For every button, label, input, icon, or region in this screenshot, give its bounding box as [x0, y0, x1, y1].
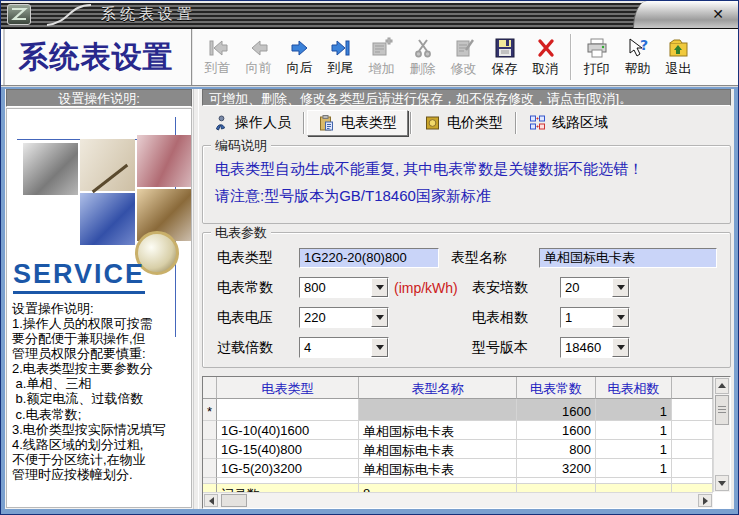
- meter-params-groupbox: 电表参数 电表类型 1G220-20(80)800 表型名称 单相国标电卡表 电…: [202, 232, 731, 368]
- tab-separator: [410, 112, 412, 134]
- grid-header-meter-constant[interactable]: 电表常数: [517, 377, 596, 399]
- go-previous-button[interactable]: 向前: [238, 31, 279, 83]
- table-cell[interactable]: 800: [517, 440, 596, 459]
- table-cell[interactable]: 1600: [517, 421, 596, 440]
- model-version-label: 型号版本: [472, 339, 560, 357]
- scroll-right-icon[interactable]: [698, 494, 712, 507]
- chevron-down-icon[interactable]: [371, 308, 388, 327]
- meter-constant-combo[interactable]: 800: [299, 277, 389, 298]
- vertical-scroll-thumb[interactable]: [715, 395, 729, 425]
- grid-header-model-name[interactable]: 表型名称: [359, 377, 517, 399]
- row-selector[interactable]: [203, 440, 217, 459]
- voltage-combo[interactable]: 220: [299, 307, 389, 328]
- price-type-icon: [424, 115, 441, 131]
- groupbox-title: 电表参数: [211, 224, 271, 242]
- table-cell[interactable]: 1G-5(20)3200: [217, 459, 359, 478]
- table-cell[interactable]: 1600: [517, 399, 596, 421]
- tab-meter-type[interactable]: 电表类型: [307, 110, 408, 136]
- table-cell[interactable]: 1: [596, 440, 672, 459]
- add-record-button[interactable]: 增加: [361, 31, 402, 83]
- tab-price-type[interactable]: 电价类型: [414, 111, 513, 135]
- scroll-up-icon[interactable]: [715, 378, 729, 394]
- nav-first-icon: [206, 38, 230, 58]
- notice-bar: 可增加、删除、修改各类型后请进行保存，如不保存修改，请点击[取消]。: [202, 89, 731, 106]
- meter-type-icon: [318, 115, 335, 131]
- scroll-left-icon[interactable]: [204, 494, 218, 507]
- collage-pens-photo: [137, 135, 192, 187]
- close-icon[interactable]: ✕: [708, 5, 728, 23]
- chevron-down-icon[interactable]: [612, 278, 629, 297]
- table-cell[interactable]: 单相国标电卡表: [359, 440, 517, 459]
- meter-type-field[interactable]: 1G220-20(80)800: [299, 248, 439, 268]
- save-button[interactable]: 保存: [484, 31, 525, 83]
- scroll-down-icon[interactable]: [715, 475, 729, 491]
- cancel-button[interactable]: 取消: [525, 31, 566, 83]
- voltage-label: 电表电压: [217, 309, 299, 327]
- delete-record-icon: [411, 37, 435, 59]
- delete-record-button[interactable]: 删除: [402, 31, 443, 83]
- table-cell[interactable]: 单相国标电卡表: [359, 459, 517, 478]
- tab-label: 电表类型: [341, 114, 397, 132]
- record-count-value: 8: [359, 484, 517, 492]
- sidebar: 设置操作说明: SERVICE 设置操作说明: 1.操作人员的权限可按需 要分配…: [5, 89, 193, 509]
- tab-operators[interactable]: 操作人员: [202, 111, 301, 135]
- table-cell[interactable]: 1: [596, 421, 672, 440]
- model-version-combo[interactable]: 18460: [560, 337, 630, 358]
- exit-button[interactable]: 退出: [658, 31, 699, 83]
- tab-line-area[interactable]: 线路区域: [519, 111, 618, 135]
- go-next-button[interactable]: 向后: [279, 31, 320, 83]
- table-cell[interactable]: 单相国标电卡表: [359, 421, 517, 440]
- chevron-down-icon[interactable]: [371, 338, 388, 357]
- grid-horizontal-scrollbar[interactable]: [203, 492, 713, 508]
- instructions-text: 设置操作说明: 1.操作人员的权限可按需 要分配便于兼职操作,但 管理员权限分配…: [12, 301, 189, 482]
- table-cell-stub: [672, 459, 713, 478]
- print-icon: [585, 37, 609, 59]
- row-selector[interactable]: [203, 459, 217, 478]
- meter-type-grid: 电表类型 表型名称 电表常数 电表相数 * 1600 1 1G-10(40)16…: [202, 376, 731, 509]
- grid-header-meter-type[interactable]: 电表类型: [217, 377, 359, 399]
- meter-constant-unit: (imp/kWh): [394, 280, 472, 296]
- table-cell-stub: [672, 440, 713, 459]
- modify-record-icon: [452, 37, 476, 59]
- line-area-icon: [529, 115, 546, 131]
- collage-keyboard-photo: [80, 193, 135, 245]
- row-selector[interactable]: *: [203, 399, 217, 421]
- table-cell[interactable]: 3200: [517, 459, 596, 478]
- chevron-down-icon[interactable]: [612, 338, 629, 357]
- amperage-combo[interactable]: 20: [560, 277, 630, 298]
- chevron-down-icon[interactable]: [371, 278, 388, 297]
- collage-tools-photo: [23, 143, 78, 195]
- help-button[interactable]: ? 帮助: [617, 31, 658, 83]
- table-cell-stub: [672, 421, 713, 440]
- table-cell[interactable]: [359, 399, 517, 421]
- amperage-label: 表安培数: [472, 279, 560, 297]
- help-icon: ?: [626, 37, 650, 59]
- grid-vertical-scrollbar[interactable]: [713, 377, 730, 492]
- table-cell[interactable]: 1G-10(40)1600: [217, 421, 359, 440]
- model-name-field[interactable]: 单相国标电卡表: [539, 248, 717, 268]
- go-first-button[interactable]: 到首: [197, 31, 238, 83]
- print-button[interactable]: 打印: [576, 31, 617, 83]
- operator-icon: [212, 115, 229, 131]
- overload-combo[interactable]: 4: [299, 337, 389, 358]
- chevron-down-icon[interactable]: [612, 308, 629, 327]
- table-cell[interactable]: 1: [596, 459, 672, 478]
- sidebar-header: 设置操作说明:: [6, 89, 192, 107]
- tab-label: 电价类型: [447, 114, 503, 132]
- table-cell[interactable]: 1G-15(40)800: [217, 440, 359, 459]
- table-cell[interactable]: 1: [596, 399, 672, 421]
- overload-label: 过载倍数: [217, 339, 299, 357]
- coding-note-line2: 请注意:型号版本为GB/T18460国家新标准: [215, 187, 720, 206]
- table-cell[interactable]: [217, 399, 359, 421]
- go-last-button[interactable]: 到尾: [320, 31, 361, 83]
- phase-combo[interactable]: 1: [560, 307, 630, 328]
- grid-header-phase[interactable]: 电表相数: [596, 377, 672, 399]
- add-record-icon: [370, 37, 394, 59]
- row-selector[interactable]: [203, 421, 217, 440]
- modify-record-button[interactable]: 修改: [443, 31, 484, 83]
- coding-note-line1: 电表类型自动生成不能重复, 其中电表常数是关键数据不能选错！: [215, 160, 720, 179]
- table-cell-stub: [672, 399, 713, 421]
- save-icon: [493, 37, 517, 59]
- tab-label: 操作人员: [235, 114, 291, 132]
- horizontal-scroll-thumb[interactable]: [221, 494, 247, 507]
